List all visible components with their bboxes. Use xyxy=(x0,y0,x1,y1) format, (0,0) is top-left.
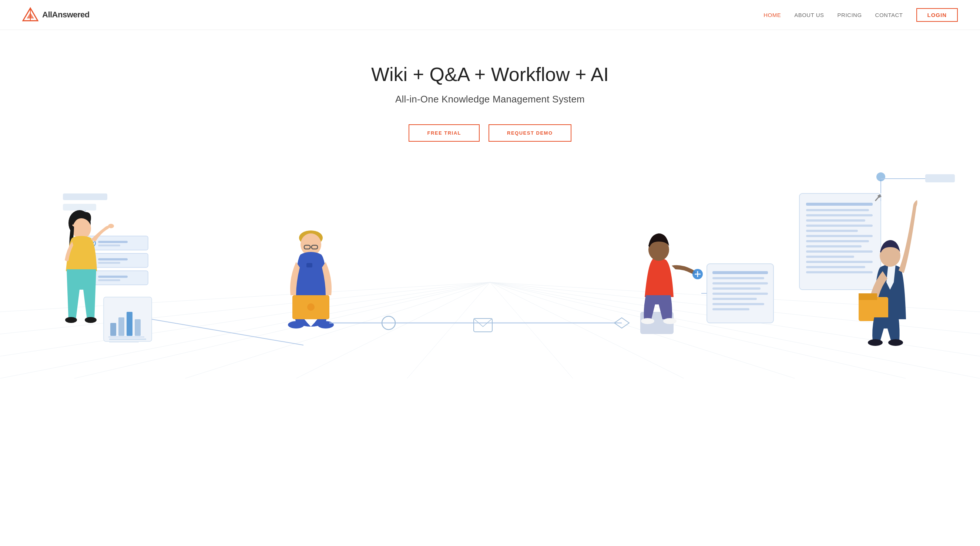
nav-contact[interactable]: CONTACT xyxy=(875,12,903,18)
svg-line-13 xyxy=(185,282,490,378)
svg-point-71 xyxy=(663,318,676,324)
svg-rect-27 xyxy=(98,241,128,243)
nav-pricing[interactable]: PRICING xyxy=(837,12,862,18)
svg-point-103 xyxy=(868,339,883,346)
svg-rect-88 xyxy=(806,230,858,232)
svg-rect-31 xyxy=(98,258,128,260)
hero-buttons: FREE TRIAL REQUEST DEMO xyxy=(409,124,571,142)
svg-rect-84 xyxy=(806,209,869,211)
svg-rect-85 xyxy=(806,214,873,216)
svg-point-70 xyxy=(641,318,654,324)
svg-rect-108 xyxy=(925,174,955,183)
svg-rect-93 xyxy=(806,256,854,258)
login-button[interactable]: LOGIN xyxy=(916,8,958,22)
svg-line-16 xyxy=(490,282,573,378)
svg-rect-94 xyxy=(806,261,873,263)
svg-point-50 xyxy=(85,317,97,323)
svg-rect-21 xyxy=(63,204,96,211)
svg-rect-91 xyxy=(806,245,862,248)
svg-rect-78 xyxy=(713,298,757,300)
svg-rect-43 xyxy=(109,338,146,340)
illustration-area xyxy=(0,164,980,378)
logo-icon xyxy=(22,7,38,23)
svg-rect-77 xyxy=(713,293,768,295)
svg-line-45 xyxy=(152,319,304,345)
svg-rect-40 xyxy=(127,312,132,336)
svg-rect-38 xyxy=(110,323,116,336)
svg-rect-87 xyxy=(806,225,873,227)
svg-rect-35 xyxy=(98,276,128,278)
svg-line-19 xyxy=(490,282,906,378)
svg-rect-74 xyxy=(713,277,764,279)
svg-rect-76 xyxy=(713,287,760,290)
svg-point-60 xyxy=(307,303,315,311)
logo[interactable]: AllAnswered xyxy=(22,7,89,23)
hero-illustration xyxy=(0,164,980,378)
nav-home[interactable]: HOME xyxy=(764,12,781,18)
svg-point-49 xyxy=(65,317,77,323)
svg-rect-36 xyxy=(98,279,120,281)
svg-point-104 xyxy=(888,339,903,346)
free-trial-button[interactable]: FREE TRIAL xyxy=(409,124,480,142)
svg-rect-96 xyxy=(806,271,873,273)
request-demo-button[interactable]: REQUEST DEMO xyxy=(488,124,571,142)
svg-rect-89 xyxy=(806,235,873,237)
svg-rect-102 xyxy=(859,294,877,300)
svg-line-15 xyxy=(407,282,490,378)
hero-subtitle: All-in-One Knowledge Management System xyxy=(395,94,585,105)
svg-rect-20 xyxy=(63,194,107,200)
svg-rect-90 xyxy=(806,240,869,242)
hero-section: Wiki + Q&A + Workflow + AI All-in-One Kn… xyxy=(0,30,980,378)
svg-rect-80 xyxy=(713,308,749,310)
header: AllAnswered HOME ABOUT US PRICING CONTAC… xyxy=(0,0,980,30)
svg-rect-41 xyxy=(135,319,141,336)
svg-point-58 xyxy=(318,321,334,329)
svg-rect-39 xyxy=(118,317,124,336)
svg-rect-83 xyxy=(806,203,873,206)
svg-rect-75 xyxy=(713,282,768,284)
svg-point-57 xyxy=(288,321,304,329)
hero-title: Wiki + Q&A + Workflow + AI xyxy=(371,63,609,86)
svg-rect-79 xyxy=(713,303,764,305)
svg-rect-95 xyxy=(806,266,865,268)
svg-rect-28 xyxy=(98,244,120,246)
svg-rect-32 xyxy=(98,262,120,264)
svg-rect-73 xyxy=(713,271,768,274)
nav-about[interactable]: ABOUT US xyxy=(794,12,824,18)
nav: HOME ABOUT US PRICING CONTACT LOGIN xyxy=(764,8,958,22)
svg-point-48 xyxy=(108,224,114,228)
svg-rect-92 xyxy=(806,251,873,252)
svg-rect-56 xyxy=(306,263,312,267)
svg-rect-63 xyxy=(474,319,492,332)
svg-rect-86 xyxy=(806,219,865,222)
svg-rect-44 xyxy=(109,341,139,343)
logo-text: AllAnswered xyxy=(42,10,89,20)
